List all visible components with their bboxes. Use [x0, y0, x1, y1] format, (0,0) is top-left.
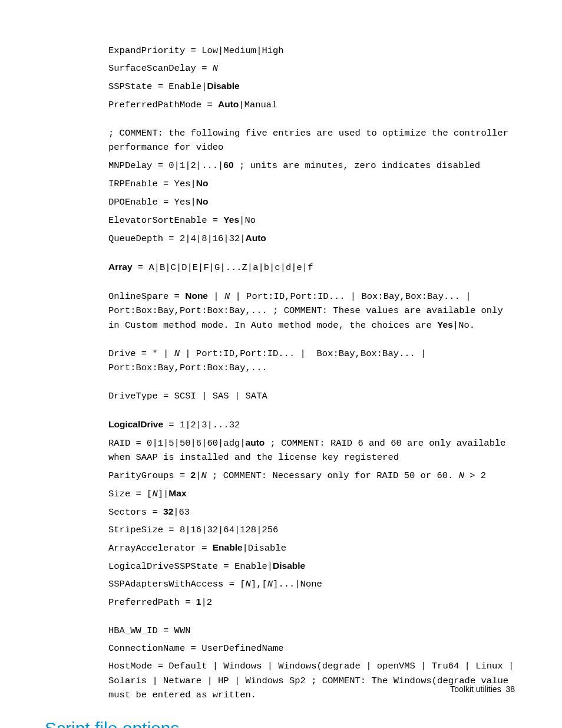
text: ParityGroups =: [108, 470, 191, 481]
bold-default: Disable: [273, 561, 305, 571]
code-line: DriveType = SCSI | SAS | SATA: [108, 389, 515, 403]
code-line: ParityGroups = 2|N ; COMMENT: Necessary …: [108, 468, 515, 483]
code-line: SurfaceScanDelay = N: [108, 61, 515, 75]
text: ElevatorSortEnable =: [108, 215, 223, 226]
text: Size = [: [108, 489, 152, 499]
text: DPOEnable = Yes|: [108, 197, 196, 207]
italic-var: N: [267, 579, 273, 589]
code-line: IRPEnable = Yes|No: [108, 176, 515, 191]
page-footer: Toolkit utilities 38: [450, 684, 515, 694]
text: |63: [173, 507, 190, 518]
text: > 2: [464, 470, 486, 481]
text: IRPEnable = Yes|: [108, 179, 196, 189]
bold-default: Yes: [437, 319, 453, 330]
text: |2: [201, 597, 212, 608]
bold-default: Yes: [223, 215, 239, 225]
italic-var: N: [224, 291, 230, 302]
bold-default: Auto: [246, 233, 266, 243]
code-line: Sectors = 32|63: [108, 505, 515, 519]
document-content: ExpandPriority = Low|Medium|High Surface…: [0, 0, 562, 728]
code-line: HostMode = Default | Windows | Windows(d…: [108, 659, 515, 701]
italic-var: N: [459, 470, 464, 481]
text: HBA_WW_ID = WWN: [108, 625, 191, 636]
text: PreferredPath =: [108, 597, 196, 608]
code-line: HBA_WW_ID = WWN: [108, 624, 515, 638]
italic-var: N: [213, 63, 218, 74]
bold-default: No: [196, 196, 209, 206]
text: ExpandPriority = Low|Medium|High: [108, 45, 284, 56]
text: ; COMMENT: Necessary only for RAID 50 or…: [207, 470, 459, 481]
bold-default: Enable: [213, 542, 243, 552]
text: |Manual: [239, 100, 277, 110]
bold-default: 32: [163, 506, 173, 516]
text: = 1|2|3|...32: [163, 420, 240, 430]
code-line: LogicalDriveSSPState = Enable|Disable: [108, 559, 515, 574]
code-line: SSPAdaptersWithAccess = [N],[N]...|None: [108, 577, 515, 591]
bold-default: Disable: [207, 81, 239, 91]
code-line: PreferredPathMode = Auto|Manual: [108, 97, 515, 112]
text: ]...|None: [273, 579, 322, 589]
text: ConnectionName = UserDefinedName: [108, 643, 284, 654]
bold-default: None: [185, 291, 208, 301]
text: SSPAdaptersWithAccess = [: [108, 579, 246, 589]
code-line: Array = A|B|C|D|E|F|G|...Z|a|b|c|d|e|f: [108, 260, 515, 275]
text: PreferredPathMode =: [108, 100, 218, 110]
section-heading: Script file options: [45, 719, 515, 728]
italic-var: N: [201, 470, 206, 481]
text: |No: [239, 215, 256, 226]
code-line: ArrayAccelerator = Enable|Disable: [108, 541, 515, 555]
italic-var: N: [152, 489, 157, 499]
bold-default: 60: [223, 160, 233, 170]
text: ; units are minutes, zero indicates disa…: [234, 160, 481, 171]
text: StripeSize = 8|16|32|64|128|256: [108, 525, 278, 535]
bold-default: 2: [191, 470, 196, 480]
bold-default: Auto: [218, 99, 239, 109]
code-line: LogicalDrive = 1|2|3|...32: [108, 417, 515, 432]
code-line: PreferredPath = 1|2: [108, 595, 515, 610]
code-line: MNPDelay = 0|1|2|...|60 ; units are minu…: [108, 158, 515, 173]
bold-default: auto: [246, 437, 265, 447]
text: DriveType = SCSI | SAS | SATA: [108, 391, 267, 401]
code-line: ConnectionName = UserDefinedName: [108, 641, 515, 655]
text: SurfaceScanDelay =: [108, 63, 213, 74]
text: SSPState = Enable|: [108, 81, 207, 92]
text: = A|B|C|D|E|F|G|...Z|a|b|c|d|e|f: [133, 262, 313, 273]
bold-default: Max: [168, 488, 186, 498]
text: Drive = * |: [108, 348, 174, 359]
text: MNPDelay = 0|1|2|...|: [108, 160, 223, 171]
text: |No.: [453, 320, 475, 331]
italic-var: N: [174, 348, 180, 359]
italic-var: N: [246, 579, 251, 589]
code-line: Drive = * | N | Port:ID,Port:ID... | Box…: [108, 347, 515, 375]
text: LogicalDriveSSPState = Enable|: [108, 561, 273, 572]
text: RAID = 0|1|5|50|6|60|adg|: [108, 438, 246, 449]
code-line: ElevatorSortEnable = Yes|No: [108, 213, 515, 228]
footer-page: 38: [505, 684, 515, 694]
text: OnlineSpare =: [108, 291, 185, 302]
code-line: OnlineSpare = None | N | Port:ID,Port:ID…: [108, 289, 515, 332]
text: |Disable: [243, 543, 286, 554]
text: ArrayAccelerator =: [108, 543, 213, 554]
text: ],[: [251, 579, 267, 589]
text: QueueDepth = 2|4|8|16|32|: [108, 233, 246, 244]
bold-keyword: LogicalDrive: [108, 419, 163, 429]
text: ]|: [158, 489, 169, 499]
code-line: ; COMMENT: the following five entries ar…: [108, 126, 515, 154]
code-line: ExpandPriority = Low|Medium|High: [108, 44, 515, 58]
code-line: Size = [N]|Max: [108, 486, 515, 501]
text: |: [208, 291, 224, 302]
bold-default: No: [196, 178, 209, 188]
code-line: QueueDepth = 2|4|8|16|32|Auto: [108, 231, 515, 246]
bold-keyword: Array: [108, 262, 133, 272]
text: Sectors =: [108, 507, 163, 518]
text: ; COMMENT: the following five entries ar…: [108, 128, 514, 153]
text: HostMode = Default | Windows | Windows(d…: [108, 661, 520, 700]
code-line: StripeSize = 8|16|32|64|128|256: [108, 523, 515, 537]
code-line: SSPState = Enable|Disable: [108, 79, 515, 94]
code-line: RAID = 0|1|5|50|6|60|adg|auto ; COMMENT:…: [108, 436, 515, 465]
footer-label: Toolkit utilities: [450, 684, 501, 694]
code-line: DPOEnable = Yes|No: [108, 195, 515, 209]
